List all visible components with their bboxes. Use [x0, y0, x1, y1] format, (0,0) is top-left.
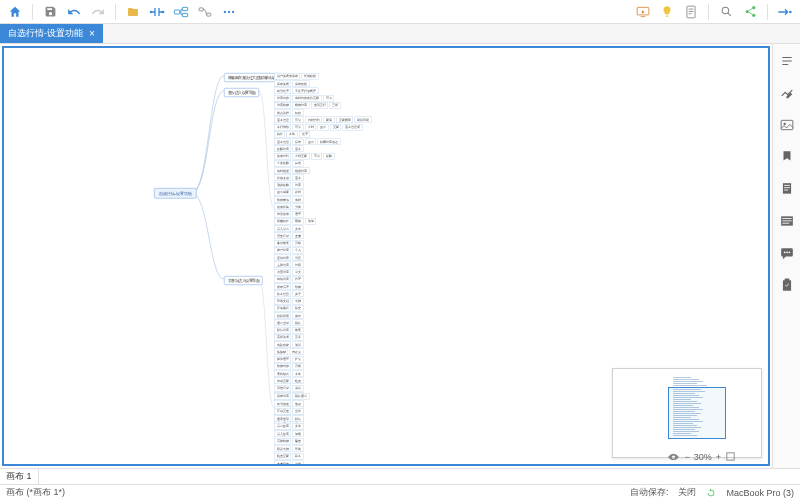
- leaf-node[interactable]: 测试: [293, 341, 304, 348]
- leaf-node[interactable]: 加载: [293, 431, 304, 438]
- leaf-node[interactable]: 基本信息项: [343, 124, 363, 131]
- eye-icon[interactable]: [667, 452, 680, 462]
- save-button[interactable]: [39, 2, 61, 22]
- leaf-node[interactable]: 支持: [293, 298, 304, 305]
- leaf-node[interactable]: 联系支持: [274, 446, 291, 453]
- leaf-node[interactable]: 确认退出: [293, 393, 310, 400]
- leaf-node[interactable]: 期权日期: [355, 117, 372, 124]
- leaf-node[interactable]: 代理: [293, 276, 304, 283]
- search-button[interactable]: [715, 2, 737, 22]
- leaf-node[interactable]: 显示刷新: [274, 189, 291, 196]
- note-panel-button[interactable]: [778, 180, 796, 198]
- undo-button[interactable]: [63, 2, 85, 22]
- leaf-node[interactable]: 实验功能: [274, 341, 291, 348]
- leaf-node[interactable]: 同时代码: [305, 117, 322, 124]
- leaf-node[interactable]: 更新频率: [336, 117, 353, 124]
- leaf-node[interactable]: 调试: [293, 385, 304, 392]
- leaf-node[interactable]: 定时: [293, 189, 304, 196]
- leaf-node[interactable]: 显示: [318, 124, 329, 131]
- leaf-node[interactable]: 根据设置: [293, 102, 310, 109]
- minimap-viewport[interactable]: [668, 387, 726, 439]
- leaf-node[interactable]: 恢复: [293, 327, 304, 334]
- leaf-node[interactable]: 云端: [293, 363, 304, 370]
- leaf-node[interactable]: 提醒设置: [274, 146, 291, 153]
- notes-button[interactable]: [680, 2, 702, 22]
- leaf-node[interactable]: 主题设置: [274, 262, 291, 269]
- tab-close-button[interactable]: ×: [89, 28, 95, 39]
- leaf-node[interactable]: 保存关闭: [274, 80, 291, 87]
- leaf-node[interactable]: 更新: [330, 124, 341, 131]
- zoom-out-button[interactable]: −: [684, 452, 689, 462]
- leaf-node[interactable]: 导入配置: [274, 431, 291, 438]
- leaf-node[interactable]: 可见: [293, 124, 304, 131]
- leaf-node[interactable]: 隐私政策: [274, 312, 291, 319]
- leaf-node[interactable]: 扩展: [293, 356, 304, 363]
- branch-node-3[interactable]: 非首次进入设置界面: [224, 276, 263, 285]
- style-panel-button[interactable]: [778, 84, 796, 102]
- leaf-node[interactable]: 三期: [330, 102, 341, 109]
- relationship-button[interactable]: [194, 2, 216, 22]
- leaf-node[interactable]: 本地: [287, 131, 298, 138]
- leaf-node[interactable]: 隐藏设置动态: [318, 138, 341, 145]
- leaf-node[interactable]: 条款: [293, 312, 304, 319]
- leaf-node[interactable]: 实时推送: [274, 167, 291, 174]
- present-button[interactable]: [632, 2, 654, 22]
- leaf-node[interactable]: 个股提醒: [274, 160, 291, 167]
- leaf-node[interactable]: 中文: [293, 269, 304, 276]
- leaf-node[interactable]: 版本信息: [274, 291, 291, 298]
- leaf-node[interactable]: 查看日志: [274, 461, 291, 467]
- leaf-node[interactable]: 批量操作: [274, 218, 291, 225]
- leaf-node[interactable]: 删除: [293, 218, 304, 225]
- leaf-node[interactable]: 导出配置: [274, 423, 291, 430]
- leaf-node[interactable]: 本地: [293, 370, 304, 377]
- leaf-node[interactable]: 设置数据: [274, 102, 291, 109]
- leaf-node[interactable]: 涨跌提醒: [274, 182, 291, 189]
- sync-icon[interactable]: [706, 488, 716, 498]
- share-button[interactable]: [739, 2, 761, 22]
- leaf-node[interactable]: 关于: [293, 291, 304, 298]
- leaf-node[interactable]: 应用更改: [274, 408, 291, 415]
- leaf-node[interactable]: 详细: [293, 461, 304, 467]
- leaf-node[interactable]: 帮助: [293, 446, 304, 453]
- fit-button[interactable]: [725, 451, 736, 462]
- subtopic-button[interactable]: [170, 2, 192, 22]
- leaf-node[interactable]: 可见: [323, 95, 334, 102]
- topic-button[interactable]: [146, 2, 168, 22]
- leaf-node[interactable]: 数据同步: [274, 363, 291, 370]
- leaf-node[interactable]: 全部更行: [311, 102, 328, 109]
- leaf-node[interactable]: 高级选项: [274, 334, 291, 341]
- leaf-node[interactable]: 设置: [293, 182, 304, 189]
- leaf-node[interactable]: 更多: [293, 334, 304, 341]
- leaf-node[interactable]: 保存收拾: [293, 80, 310, 87]
- canvas[interactable]: 自选行情-设置功能 林徽因亦直说过大盗墙城向情况 首次进入设置界面 非首次进入设…: [2, 46, 770, 466]
- leaf-node[interactable]: 数据: [293, 283, 304, 290]
- leaf-node[interactable]: 可见: [293, 117, 304, 124]
- leaf-node[interactable]: 基本: [293, 175, 304, 182]
- folder-button[interactable]: [122, 2, 144, 22]
- leaf-node[interactable]: 处理: [299, 131, 310, 138]
- leaf-node[interactable]: 状态选择: [274, 109, 291, 116]
- leaf-node[interactable]: 基本: [293, 146, 304, 153]
- leaf-node[interactable]: 备份恢复: [274, 240, 291, 247]
- leaf-node[interactable]: 取消处理: [274, 88, 291, 95]
- leaf-node[interactable]: 取消修改: [274, 401, 291, 408]
- minimap[interactable]: [612, 368, 762, 458]
- leaf-node[interactable]: 管理: [293, 211, 304, 218]
- leaf-node[interactable]: 数据来源: [274, 196, 291, 203]
- leaf-node[interactable]: 初始: [293, 109, 304, 116]
- leaf-node[interactable]: 通知设置: [274, 254, 291, 261]
- leaf-node[interactable]: 重置全部: [274, 416, 291, 423]
- leaf-node[interactable]: 缓存清理: [274, 283, 291, 290]
- leaf-node[interactable]: 文件: [293, 423, 304, 430]
- leaf-node[interactable]: 保存设置: [274, 393, 291, 400]
- leaf-node[interactable]: 其他: [293, 160, 304, 167]
- leaf-node[interactable]: 放弃: [293, 401, 304, 408]
- leaf-node[interactable]: 及时更新: [293, 153, 310, 160]
- leaf-node[interactable]: 自动更新: [274, 378, 291, 385]
- canvas-tab-1[interactable]: 画布 1: [0, 469, 39, 484]
- leaf-node[interactable]: 外观: [293, 262, 304, 269]
- home-button[interactable]: [4, 2, 26, 22]
- leaf-node[interactable]: 设置同步: [274, 95, 291, 102]
- leaf-node[interactable]: 文件: [293, 225, 304, 232]
- zoom-in-button[interactable]: +: [716, 452, 721, 462]
